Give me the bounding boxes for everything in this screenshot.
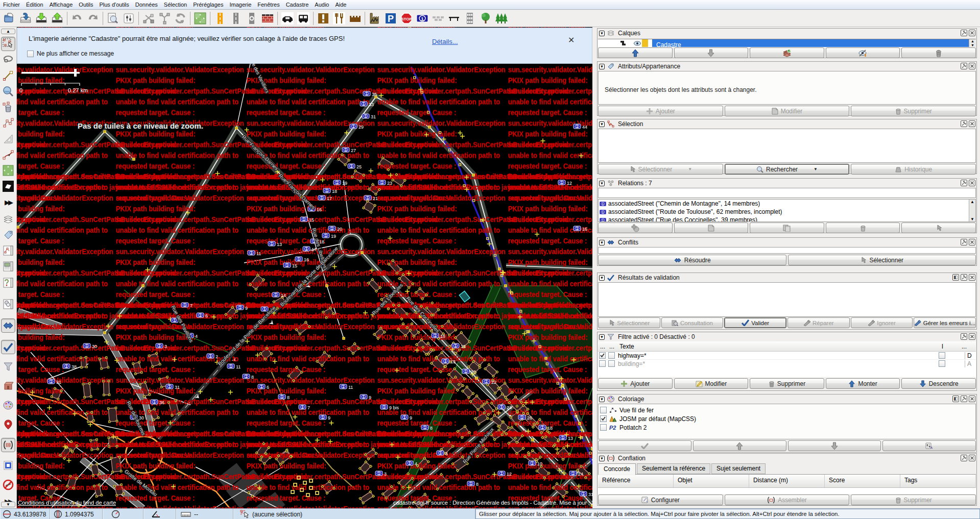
svg-text:22: 22 <box>491 380 496 385</box>
svg-text:7: 7 <box>307 405 310 410</box>
svg-text:1: 1 <box>342 385 344 388</box>
svg-text:20: 20 <box>337 227 342 232</box>
svg-text:31: 31 <box>371 114 376 119</box>
svg-text:1: 1 <box>264 307 266 311</box>
svg-text:4: 4 <box>415 461 417 466</box>
svg-text:1: 1 <box>245 375 247 378</box>
svg-text:25: 25 <box>356 164 362 169</box>
svg-text:1: 1 <box>383 405 385 409</box>
svg-text:23: 23 <box>387 181 392 186</box>
svg-text:1: 1 <box>326 189 328 192</box>
svg-text:18: 18 <box>332 189 337 194</box>
svg-text:1: 1 <box>325 234 327 237</box>
svg-text:10: 10 <box>537 461 542 466</box>
svg-text:1: 1 <box>561 181 563 184</box>
svg-text:16: 16 <box>582 227 587 232</box>
svg-text:1: 1 <box>230 364 232 368</box>
svg-text:1: 1 <box>65 364 67 368</box>
svg-text:1: 1 <box>298 257 300 261</box>
svg-text:11: 11 <box>236 364 241 369</box>
svg-text:2: 2 <box>216 354 218 359</box>
svg-text:1: 1 <box>378 472 380 475</box>
svg-text:cadastre-dgi-fr source : Direc: cadastre-dgi-fr source : Direction Génér… <box>393 500 596 506</box>
svg-text:1: 1 <box>485 380 487 383</box>
svg-text:16: 16 <box>304 257 309 262</box>
svg-text:1: 1 <box>209 354 211 358</box>
svg-text:20: 20 <box>471 369 476 375</box>
svg-text:1: 1 <box>562 436 564 439</box>
svg-text:21: 21 <box>373 196 378 201</box>
svg-text:1: 1 <box>303 217 305 221</box>
svg-text:1: 1 <box>572 472 574 475</box>
svg-text:44: 44 <box>582 125 587 130</box>
svg-text:1: 1 <box>434 334 436 337</box>
svg-text:1: 1 <box>421 16 423 21</box>
svg-text:6: 6 <box>205 313 208 318</box>
svg-text:1: 1 <box>260 385 262 388</box>
svg-text:1: 1 <box>367 196 369 200</box>
svg-text:1: 1 <box>199 313 201 317</box>
svg-text:12: 12 <box>567 181 572 186</box>
svg-text:1: 1 <box>321 196 323 200</box>
svg-text:36: 36 <box>159 400 164 405</box>
svg-text:6: 6 <box>445 451 448 456</box>
svg-text:29: 29 <box>358 125 364 130</box>
svg-text:8: 8 <box>430 426 433 431</box>
svg-text:Conditions d’utilisation du fo: Conditions d’utilisation du fond de cart… <box>18 500 116 506</box>
svg-text:1: 1 <box>576 125 578 128</box>
svg-text:1: 1 <box>305 247 307 251</box>
svg-text:P: P <box>388 14 394 24</box>
svg-text:1: 1 <box>352 125 354 128</box>
svg-text:17: 17 <box>312 247 317 252</box>
svg-text:11: 11 <box>348 385 353 390</box>
svg-text:1: 1 <box>153 400 155 404</box>
svg-text:1: 1 <box>50 380 52 383</box>
svg-text:11: 11 <box>256 251 261 256</box>
svg-text:1: 1 <box>184 303 186 307</box>
svg-text:33: 33 <box>369 102 374 107</box>
svg-text:31: 31 <box>56 380 61 385</box>
svg-text:1: 1 <box>322 415 324 419</box>
svg-text:35: 35 <box>372 92 377 97</box>
svg-text:0.27 km: 0.27 km <box>68 87 88 93</box>
svg-text:8: 8 <box>251 375 254 380</box>
svg-text:31: 31 <box>175 385 180 390</box>
svg-text:1: 1 <box>465 369 467 373</box>
svg-text:1: 1 <box>275 293 277 296</box>
svg-text:8: 8 <box>476 482 479 487</box>
svg-text:1: 1 <box>331 227 333 230</box>
svg-text:1: 1 <box>424 426 426 429</box>
svg-text:9: 9 <box>245 306 248 311</box>
svg-text:30: 30 <box>92 344 97 349</box>
svg-text:1: 1 <box>500 472 503 475</box>
svg-text:18: 18 <box>440 334 445 339</box>
svg-text:1: 1 <box>350 164 352 168</box>
svg-text:1: 1 <box>336 181 338 184</box>
svg-text:1: 1 <box>531 461 533 465</box>
svg-text:STOP: STOP <box>401 16 412 21</box>
svg-text:1: 1 <box>250 251 252 255</box>
svg-text:9: 9 <box>410 415 412 421</box>
svg-text:1: 1 <box>363 102 365 106</box>
svg-text:1: 1 <box>470 482 472 485</box>
svg-text:0: 0 <box>19 87 22 93</box>
svg-text:24: 24 <box>507 405 512 410</box>
svg-text:1: 1 <box>271 242 273 245</box>
svg-text:1: 1 <box>345 148 347 152</box>
svg-text:1: 1 <box>286 263 288 267</box>
svg-text:1: 1 <box>455 344 457 348</box>
svg-text:13: 13 <box>277 242 282 247</box>
svg-text:1: 1 <box>521 415 523 419</box>
svg-text:1: 1 <box>366 92 368 95</box>
svg-text:9 bis: 9 bis <box>389 405 399 410</box>
svg-text:8: 8 <box>287 395 290 400</box>
svg-text:1: 1 <box>363 395 365 399</box>
svg-text:27: 27 <box>351 148 356 153</box>
svg-text:1: 1 <box>381 181 383 184</box>
svg-text:19: 19 <box>342 181 347 186</box>
svg-text:1: 1 <box>576 227 578 230</box>
svg-text:1: 1 <box>439 451 441 455</box>
svg-text:1: 1 <box>301 405 303 409</box>
svg-text:15: 15 <box>309 217 314 223</box>
svg-text:13: 13 <box>450 359 456 364</box>
